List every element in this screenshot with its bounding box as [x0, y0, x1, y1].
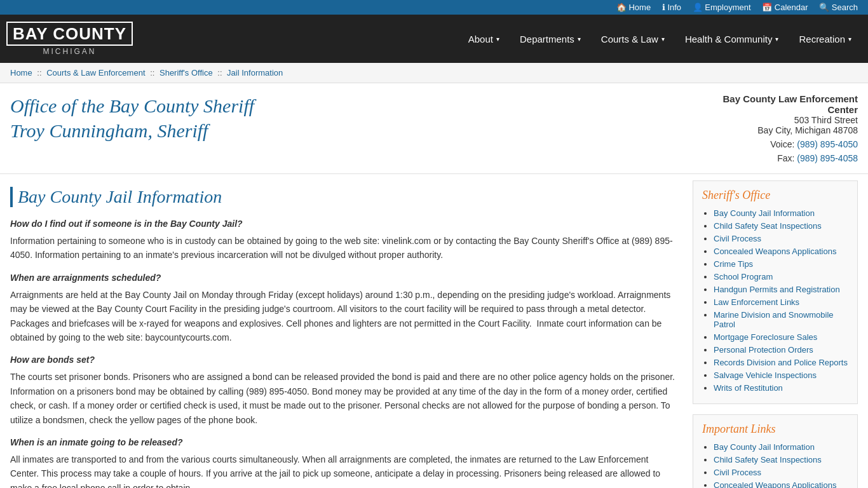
imp-link-concealed-weapons[interactable]: Concealed Weapons Applications: [714, 480, 836, 488]
title-line1: Office of the Bay County Sheriff: [10, 95, 254, 116]
list-item: Concealed Weapons Applications: [714, 247, 848, 256]
list-item: School Program: [714, 272, 848, 281]
address-line1: 503 Third Street: [693, 115, 858, 125]
voice-phone: Voice: (989) 895-4050: [693, 139, 858, 149]
list-item: Civil Process: [714, 468, 848, 477]
breadcrumb-sheriff[interactable]: Sheriff's Office: [159, 68, 213, 78]
imp-link-child-safety[interactable]: Child Safety Seat Inspections: [714, 455, 822, 464]
calendar-link[interactable]: 📅 Calendar: [762, 3, 808, 12]
list-item: Child Safety Seat Inspections: [714, 221, 848, 231]
health-caret: ▾: [775, 36, 778, 43]
fax-number[interactable]: (989) 895-4058: [797, 153, 858, 163]
link-child-safety[interactable]: Child Safety Seat Inspections: [714, 221, 822, 231]
content-wrapper: Bay County Jail Information How do I fin…: [0, 174, 868, 488]
list-item: Writs of Restitution: [714, 383, 848, 393]
nav-item-courts[interactable]: Courts & Law ▾: [591, 15, 675, 63]
list-item: Handgun Permits and Registration: [714, 285, 848, 294]
list-item: Records Division and Police Reports: [714, 358, 848, 367]
site-logo[interactable]: BAY COUNTY MICHIGAN: [6, 22, 133, 56]
faq-question-4: When is an inmate going to be released?: [10, 437, 676, 447]
employment-link[interactable]: 👤 Employment: [693, 3, 751, 12]
fax-phone: Fax: (989) 895-4058: [693, 153, 858, 163]
breadcrumb-sep-2: ::: [150, 68, 157, 78]
fax-label: Fax:: [777, 153, 794, 163]
nav-link-about[interactable]: About ▾: [458, 15, 510, 63]
link-school-program[interactable]: School Program: [714, 272, 773, 281]
voice-label: Voice:: [770, 139, 794, 149]
info-link[interactable]: ℹ Info: [662, 3, 681, 12]
link-civil-process[interactable]: Civil Process: [714, 234, 761, 243]
top-utility-bar: 🏠 Home ℹ Info 👤 Employment 📅 Calendar 🔍 …: [0, 0, 868, 15]
nav-link-courts[interactable]: Courts & Law ▾: [591, 15, 675, 63]
faq-question-2: When are arraignments scheduled?: [10, 273, 676, 283]
link-personal-protection[interactable]: Personal Protection Orders: [714, 345, 813, 355]
address-line2: Bay City, Michigan 48708: [693, 125, 858, 135]
list-item: Law Enforcement Links: [714, 297, 848, 307]
imp-link-civil-process[interactable]: Civil Process: [714, 468, 761, 477]
faq-answer-1: Information pertaining to someone who is…: [10, 234, 676, 262]
nav-link-health[interactable]: Health & Community ▾: [675, 15, 789, 63]
link-law-enforcement[interactable]: Law Enforcement Links: [714, 297, 799, 307]
faq-answer-2: Arraignments are held at the Bay County …: [10, 288, 676, 345]
article-title: Bay County Jail Information: [10, 187, 676, 207]
home-link[interactable]: 🏠 Home: [616, 3, 651, 12]
search-link[interactable]: 🔍 Search: [819, 3, 858, 12]
list-item: Concealed Weapons Applications: [714, 480, 848, 488]
breadcrumb-jail[interactable]: Jail Information: [227, 68, 283, 78]
link-salvage-vehicle[interactable]: Salvage Vehicle Inspections: [714, 370, 817, 380]
page-header: Office of the Bay County Sheriff Troy Cu…: [0, 83, 868, 174]
link-writs-restitution[interactable]: Writs of Restitution: [714, 383, 783, 393]
about-caret: ▾: [496, 36, 499, 43]
voice-number[interactable]: (989) 895-4050: [797, 139, 858, 149]
link-concealed-weapons[interactable]: Concealed Weapons Applications: [714, 247, 836, 256]
departments-caret: ▾: [578, 36, 581, 43]
nav-item-recreation[interactable]: Recreation ▾: [789, 15, 862, 63]
recreation-caret: ▾: [848, 36, 851, 43]
faq-question-1: How do I find out if someone is in the B…: [10, 219, 676, 229]
link-mortgage-foreclosure[interactable]: Mortgage Foreclosure Sales: [714, 332, 817, 342]
header-contact-area: Bay County Law Enforcement Center 503 Th…: [680, 93, 858, 163]
courts-caret: ▾: [661, 36, 665, 43]
faq-question-3: How are bonds set?: [10, 355, 676, 365]
link-marine-division[interactable]: Marine Division and Snowmobile Patrol: [714, 310, 834, 329]
link-crime-tips[interactable]: Crime Tips: [714, 259, 753, 269]
list-item: Mortgage Foreclosure Sales: [714, 332, 848, 342]
org-name: Bay County Law Enforcement Center: [693, 93, 858, 115]
list-item: Crime Tips: [714, 259, 848, 269]
header-title-area: Office of the Bay County Sheriff Troy Cu…: [10, 93, 680, 163]
breadcrumb-sep-1: ::: [37, 68, 44, 78]
faq-answer-4: All inmates are transported to and from …: [10, 452, 676, 488]
list-item: Salvage Vehicle Inspections: [714, 370, 848, 380]
breadcrumb-courts-law[interactable]: Courts & Law Enforcement: [46, 68, 145, 78]
nav-link-recreation[interactable]: Recreation ▾: [789, 15, 862, 63]
list-item: Bay County Jail Information: [714, 442, 848, 452]
logo-text: BAY COUNTY: [6, 22, 133, 46]
nav-item-about[interactable]: About ▾: [458, 15, 510, 63]
sheriffs-office-links: Bay County Jail Information Child Safety…: [702, 208, 848, 393]
link-handgun-permits[interactable]: Handgun Permits and Registration: [714, 285, 840, 294]
link-records-division[interactable]: Records Division and Police Reports: [714, 358, 848, 367]
main-nav: BAY COUNTY MICHIGAN About ▾ Departments …: [0, 15, 868, 63]
breadcrumb-home[interactable]: Home: [10, 68, 32, 78]
nav-item-departments[interactable]: Departments ▾: [510, 15, 591, 63]
sheriffs-office-title: Sheriff's Office: [702, 189, 848, 202]
nav-link-departments[interactable]: Departments ▾: [510, 15, 591, 63]
sheriffs-office-box: Sheriff's Office Bay County Jail Informa…: [693, 180, 858, 404]
breadcrumb: Home :: Courts & Law Enforcement :: Sher…: [0, 63, 868, 83]
imp-link-jail-info[interactable]: Bay County Jail Information: [714, 442, 815, 452]
list-item: Child Safety Seat Inspections: [714, 455, 848, 464]
logo-sub: MICHIGAN: [6, 47, 133, 56]
title-line2: Troy Cunningham, Sheriff: [10, 120, 208, 141]
nav-item-health[interactable]: Health & Community ▾: [675, 15, 789, 63]
list-item: Personal Protection Orders: [714, 345, 848, 355]
page-heading: Office of the Bay County Sheriff Troy Cu…: [10, 93, 680, 143]
nav-menu: About ▾ Departments ▾ Courts & Law ▾ Hea…: [458, 15, 862, 63]
breadcrumb-sep-3: ::: [217, 68, 224, 78]
link-jail-info[interactable]: Bay County Jail Information: [714, 208, 815, 218]
main-content: Bay County Jail Information How do I fin…: [10, 180, 682, 488]
important-links-list: Bay County Jail Information Child Safety…: [702, 442, 848, 488]
list-item: Civil Process: [714, 234, 848, 243]
sidebar: Sheriff's Office Bay County Jail Informa…: [693, 180, 858, 488]
faq-answer-3: The courts set prisoner bonds. Prisoners…: [10, 370, 676, 427]
important-links-title: Important Links: [702, 423, 848, 436]
